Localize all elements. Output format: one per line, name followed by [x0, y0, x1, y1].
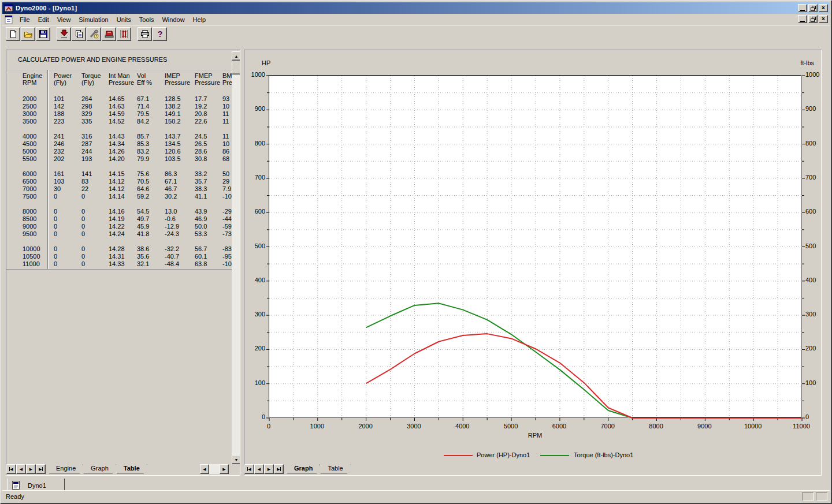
scroll-right-button[interactable]: ▶	[220, 464, 229, 474]
tab-first-button[interactable]: ◀	[6, 464, 16, 474]
column-header: Pressure	[155, 79, 185, 86]
tools-button[interactable]	[87, 27, 101, 41]
table-cell: 0	[44, 193, 72, 200]
restore-button[interactable]	[808, 4, 818, 12]
help-button[interactable]: ?	[153, 27, 167, 41]
table-body: 200010126414.6567.1128.517.7932500142298…	[13, 95, 232, 275]
valves-button[interactable]	[117, 27, 131, 41]
table-cell: 17.7	[185, 95, 213, 103]
menu-window[interactable]: Window	[158, 16, 188, 23]
close-button[interactable]: ×	[819, 4, 828, 12]
copy-button[interactable]	[72, 27, 86, 41]
tab-graph[interactable]: Graph	[83, 464, 116, 474]
right-panel-tabrow: ◀ ◀ ▶ ▶ GraphTable	[244, 464, 821, 475]
table-cell: 0	[44, 260, 72, 268]
table-cell: 71.4	[128, 103, 155, 110]
tab-graph[interactable]: Graph	[287, 464, 320, 474]
document-tab-label: Dyno1	[28, 482, 46, 489]
table-cell: 287	[72, 140, 99, 148]
open-icon	[24, 29, 33, 39]
menu-units[interactable]: Units	[113, 16, 135, 23]
scrollbar-track[interactable]	[232, 51, 240, 464]
table-row: 7000302214.1264.646.738.37.9	[13, 185, 232, 193]
new-button[interactable]	[6, 27, 20, 41]
table-row: 500023224414.2683.2120.628.686	[13, 148, 232, 155]
column-header: FMEP	[185, 72, 213, 79]
arrow-right-icon: ▶	[29, 467, 32, 471]
scroll-down-button[interactable]: ▼	[232, 455, 240, 464]
y-tick-label-left: 0	[244, 413, 265, 420]
table-cell: -32.2	[155, 245, 185, 253]
arrow-left-icon: ◀	[10, 467, 13, 471]
close-icon: ×	[822, 16, 825, 22]
scrollbar-thumb[interactable]	[232, 61, 240, 74]
save-button[interactable]	[36, 27, 50, 41]
table-cell: 70.5	[128, 178, 155, 185]
import-button[interactable]	[57, 27, 71, 41]
scrollbar-track[interactable]	[209, 464, 220, 474]
app-window: Dyno2000 - [Dyno1] × FileEditViewSimulat…	[0, 0, 832, 504]
tab-last-button[interactable]: ▶	[36, 464, 46, 474]
column-header: Torque	[72, 72, 99, 79]
table-cell: 22	[72, 185, 99, 193]
table-cell: 7000	[13, 185, 44, 193]
child-close-button[interactable]: ×	[819, 15, 828, 23]
legend-label-power: Power (HP)-Dyno1	[477, 451, 530, 458]
table-cell: 14.31	[99, 253, 128, 260]
menu-help[interactable]: Help	[189, 16, 210, 23]
table-cell: 2000	[13, 95, 44, 103]
open-button[interactable]	[21, 27, 35, 41]
menu-tools[interactable]: Tools	[135, 16, 158, 23]
tab-table[interactable]: Table	[116, 464, 147, 474]
column-header: BM	[213, 72, 232, 79]
table-cell: 11	[213, 133, 232, 140]
table-cell: 86.3	[155, 170, 185, 178]
y-tick-label-left: 700	[244, 174, 265, 181]
table-row: 85000014.1949.7-0.646.9-44	[13, 215, 232, 223]
table-cell: -10	[213, 193, 232, 200]
table-cell: 14.12	[99, 178, 128, 185]
help-icon: ?	[155, 29, 165, 39]
document-icon[interactable]	[4, 15, 13, 24]
table-cell: 232	[44, 148, 72, 155]
y-axis-left-title: HP	[262, 59, 270, 66]
table-cell: 35.7	[185, 178, 213, 185]
scroll-left-button[interactable]: ◀	[200, 464, 209, 474]
table-cell: 0	[72, 208, 99, 215]
table-cell: 0	[44, 215, 72, 223]
table-cell: 316	[72, 133, 99, 140]
table-cell: 60.1	[185, 253, 213, 260]
menu-view[interactable]: View	[53, 16, 75, 23]
menu-file[interactable]: File	[16, 16, 34, 23]
x-tick-label: 2000	[348, 423, 383, 430]
dyno-button[interactable]	[102, 27, 116, 41]
tab-first-button[interactable]: ◀	[244, 464, 254, 474]
menu-simulation[interactable]: Simulation	[75, 16, 112, 23]
tab-next-button[interactable]: ▶	[26, 464, 36, 474]
tab-prev-button[interactable]: ◀	[254, 464, 264, 474]
table-cell: 103	[44, 178, 72, 185]
menu-items: FileEditViewSimulationUnitsToolsWindowHe…	[16, 14, 210, 25]
table-row: 250014229814.6371.4138.219.210	[13, 103, 232, 110]
tab-next-button[interactable]: ▶	[264, 464, 274, 474]
table-row: 100000014.2838.6-32.256.7-83	[13, 245, 232, 253]
tab-table[interactable]: Table	[320, 464, 350, 474]
minimize-button[interactable]	[798, 4, 807, 12]
save-icon	[39, 29, 48, 39]
horizontal-scrollbar[interactable]: ◀▶	[200, 464, 229, 474]
table-cell: 83	[72, 178, 99, 185]
x-tick-label: 1000	[300, 423, 335, 430]
tab-last-button[interactable]: ▶	[274, 464, 284, 474]
table-cell: 11	[213, 110, 232, 118]
tab-prev-button[interactable]: ◀	[16, 464, 26, 474]
scroll-up-button[interactable]: ▲	[232, 51, 240, 61]
graph-panel: HP ft-lbs 001001002002003003004004005005…	[244, 50, 822, 476]
child-minimize-button[interactable]	[798, 15, 807, 23]
tab-engine[interactable]: Engine	[49, 464, 83, 474]
table-cell: 0	[72, 223, 99, 230]
arrow-left-icon: ◀	[203, 467, 206, 471]
print-button[interactable]	[138, 27, 152, 41]
menu-edit[interactable]: Edit	[34, 16, 53, 23]
child-restore-button[interactable]	[808, 15, 818, 23]
table-cell: 335	[72, 118, 99, 125]
